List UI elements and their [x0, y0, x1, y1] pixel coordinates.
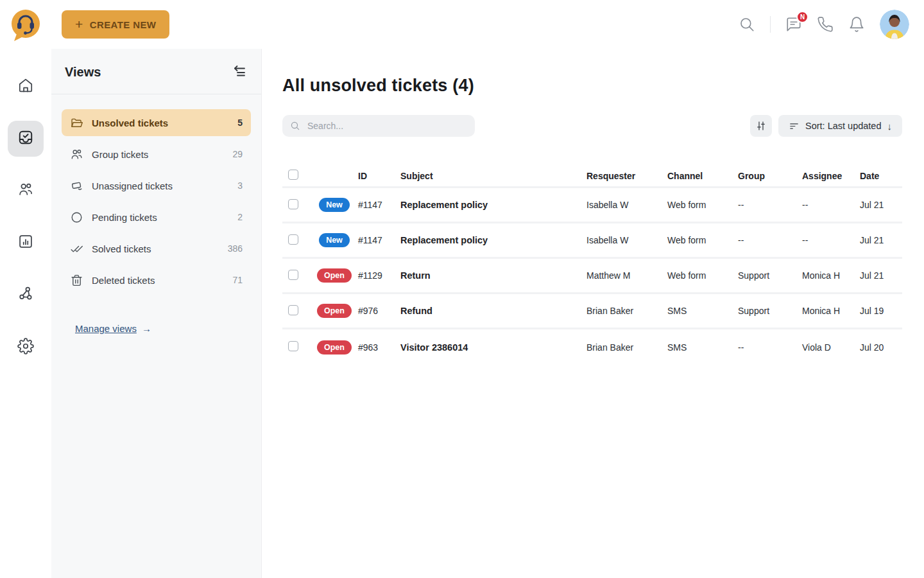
toolbar: Sort: Last updated ↓ [282, 115, 902, 137]
rail-item-tickets[interactable] [8, 121, 44, 157]
collapse-sidebar-icon[interactable] [232, 64, 247, 80]
table-body: New #1147 Replacement policy Isabella W … [282, 188, 902, 365]
user-avatar[interactable] [880, 10, 909, 39]
trash-icon [70, 274, 83, 287]
col-assignee: Assignee [797, 171, 855, 181]
folder-icon [70, 116, 83, 130]
ticket-date: Jul 21 [855, 270, 902, 281]
arrow-down-icon: ↓ [887, 121, 893, 132]
phone-icon[interactable] [817, 16, 834, 33]
view-label: Unassigned tickets [92, 180, 173, 191]
view-count: 5 [237, 118, 243, 128]
create-new-label: CREATE NEW [90, 19, 157, 30]
ticket-assignee: -- [797, 200, 855, 210]
table-row[interactable]: New #1147 Replacement policy Isabella W … [282, 188, 902, 223]
ticket-channel: Web form [662, 270, 733, 281]
plus-icon: + [75, 17, 83, 31]
view-count: 71 [232, 275, 243, 285]
sort-button[interactable]: Sort: Last updated ↓ [778, 115, 902, 137]
row-checkbox[interactable] [288, 341, 298, 351]
ticket-subject: Replacement policy [395, 235, 581, 245]
ticket-assignee: Monica H [797, 270, 855, 281]
table-header: ID Subject Resquester Channel Group Assi… [282, 165, 902, 188]
messages-icon[interactable]: N [785, 16, 802, 33]
view-item-unsolved[interactable]: Unsolved tickets 5 [62, 109, 251, 136]
row-checkbox[interactable] [288, 199, 298, 209]
circle-icon [70, 211, 83, 224]
row-checkbox[interactable] [288, 234, 298, 245]
search-icon[interactable] [739, 16, 755, 33]
ticket-requester: Isabella W [581, 235, 662, 245]
col-date: Date [855, 171, 902, 181]
col-requester: Resquester [581, 171, 662, 181]
row-checkbox[interactable] [288, 270, 298, 280]
ticket-group: -- [733, 200, 797, 210]
bell-icon[interactable] [848, 16, 865, 33]
manage-views-link[interactable]: Manage views → [75, 323, 251, 334]
col-subject: Subject [395, 171, 581, 181]
rail-item-integrations[interactable] [17, 285, 34, 304]
rail-item-settings[interactable] [17, 338, 34, 357]
ticket-group: -- [733, 235, 797, 245]
sliders-icon [755, 120, 767, 132]
ticket-id: #976 [354, 306, 395, 316]
ticket-requester: Matthew M [581, 270, 662, 281]
tickets-icon [17, 129, 34, 148]
table-row[interactable]: Open #976 Refund Brian Baker SMS Support… [282, 294, 902, 329]
view-item-group[interactable]: Group tickets 29 [62, 141, 251, 168]
status-badge: New [319, 198, 350, 212]
ticket-requester: Brian Baker [581, 342, 662, 353]
view-item-deleted[interactable]: Deleted tickets 71 [62, 267, 251, 293]
topbar-divider [770, 16, 771, 33]
group-icon [70, 148, 83, 161]
status-badge: Open [317, 268, 352, 283]
double-check-icon [70, 242, 83, 256]
ticket-date: Jul 20 [855, 342, 902, 353]
ticket-group: -- [733, 342, 797, 353]
view-item-unassigned[interactable]: Unassigned tickets 3 [62, 172, 251, 199]
view-item-solved[interactable]: Solved tickets 386 [62, 235, 251, 262]
rail-item-contacts[interactable] [17, 181, 34, 200]
ticket-icon [70, 179, 83, 193]
status-badge: Open [317, 340, 352, 355]
sidebar-title: Views [65, 65, 101, 80]
table-row[interactable]: New #1147 Replacement policy Isabella W … [282, 223, 902, 259]
ticket-subject: Visitor 2386014 [395, 342, 581, 353]
status-badge: New [319, 233, 350, 247]
view-item-pending[interactable]: Pending tickets 2 [62, 204, 251, 231]
rail-item-home[interactable] [17, 77, 34, 96]
ticket-subject: Refund [395, 306, 581, 316]
ticket-id: #1147 [354, 235, 395, 245]
arrow-right-icon: → [142, 323, 151, 334]
rail-item-reports[interactable] [17, 233, 34, 252]
view-label: Solved tickets [92, 243, 151, 254]
search-input[interactable] [306, 120, 467, 132]
table-row[interactable]: Open #963 Visitor 2386014 Brian Baker SM… [282, 329, 902, 365]
sort-label: Sort: Last updated [805, 121, 882, 131]
ticket-subject: Replacement policy [395, 200, 581, 210]
col-group: Group [733, 171, 797, 181]
main-content: All unsolved tickets (4) Sort: Last upda… [262, 49, 924, 578]
status-badge: Open [317, 304, 352, 318]
sort-lines-icon [789, 121, 800, 132]
create-new-button[interactable]: + CREATE NEW [62, 10, 169, 39]
ticket-channel: SMS [662, 342, 733, 353]
ticket-search[interactable] [282, 115, 475, 137]
app-logo[interactable] [9, 8, 42, 44]
notification-count-badge: N [796, 11, 809, 23]
ticket-channel: Web form [662, 200, 733, 210]
ticket-assignee: Viola D [797, 342, 855, 353]
gear-icon [17, 338, 34, 357]
ticket-assignee: Monica H [797, 306, 855, 316]
table-row[interactable]: Open #1129 Return Matthew M Web form Sup… [282, 259, 902, 294]
ticket-group: Support [733, 306, 797, 316]
filter-button[interactable] [750, 115, 772, 137]
select-all-checkbox[interactable] [288, 170, 298, 180]
ticket-date: Jul 19 [855, 306, 902, 316]
icon-rail [0, 0, 51, 578]
ticket-group: Support [733, 270, 797, 281]
row-checkbox[interactable] [288, 305, 298, 315]
network-icon [17, 285, 34, 304]
view-count: 386 [228, 243, 243, 254]
bar-chart-icon [17, 233, 34, 252]
